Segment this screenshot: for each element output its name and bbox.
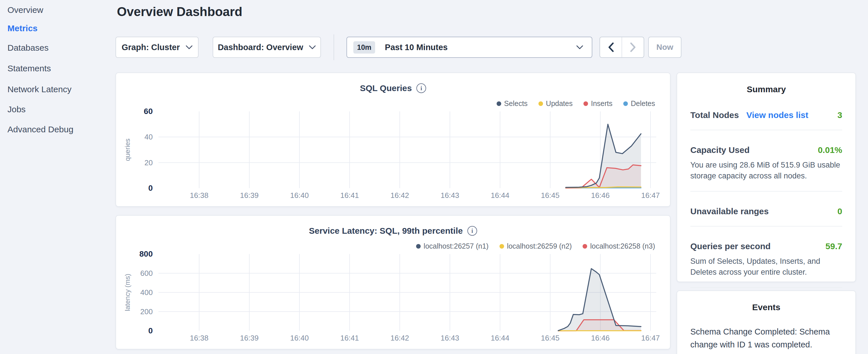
sql-queries-chart-card: 16:3816:3916:4016:4116:4216:4316:4416:45… xyxy=(116,72,671,207)
now-button[interactable]: Now xyxy=(648,37,681,58)
svg-text:16:42: 16:42 xyxy=(390,334,409,342)
chevron-down-icon xyxy=(576,45,583,50)
info-icon[interactable]: i xyxy=(467,226,477,236)
legend-dot-icon xyxy=(499,244,504,249)
legend-label: Inserts xyxy=(591,99,612,108)
sidebar: OverviewMetricsDatabasesStatementsNetwor… xyxy=(0,0,115,354)
summary-row-label: Queries per second xyxy=(690,242,771,251)
summary-row-value: 59.7 xyxy=(826,242,842,251)
chart-title: Service Latency: SQL, 99th percentile xyxy=(309,226,463,236)
sidebar-item-metrics[interactable]: Metrics xyxy=(7,24,37,33)
chart-legend: SelectsUpdatesInsertsDeletes xyxy=(497,99,655,108)
svg-text:0: 0 xyxy=(148,184,153,192)
legend-label: localhost:26258 (n3) xyxy=(590,242,655,250)
events-title: Events xyxy=(677,291,856,312)
svg-text:60: 60 xyxy=(144,107,153,116)
chart-title: SQL Queries xyxy=(360,83,412,93)
summary-row-total-nodes: Total NodesView nodes list3 xyxy=(690,110,842,120)
legend-dot-icon xyxy=(538,101,543,106)
chevron-right-icon xyxy=(630,42,636,52)
legend-item-localhost-26258-n3-: localhost:26258 (n3) xyxy=(583,242,655,250)
info-icon[interactable]: i xyxy=(416,83,426,93)
summary-row-value: 0 xyxy=(837,206,842,216)
summary-row-label: Capacity Used xyxy=(690,145,750,155)
legend-item-updates: Updates xyxy=(538,99,572,108)
summary-divider xyxy=(690,287,842,288)
summary-row-capacity-used: Capacity Used0.01% xyxy=(690,145,842,155)
sidebar-item-overview[interactable]: Overview xyxy=(7,5,43,15)
legend-dot-icon xyxy=(623,101,628,106)
svg-text:16:45: 16:45 xyxy=(541,191,559,200)
summary-divider xyxy=(690,191,842,192)
legend-label: Updates xyxy=(546,99,572,108)
summary-divider xyxy=(690,226,842,227)
legend-item-localhost-26259-n2-: localhost:26259 (n2) xyxy=(499,242,572,250)
chevron-down-icon xyxy=(309,45,316,50)
legend-label: localhost:26257 (n1) xyxy=(424,242,489,250)
svg-text:16:42: 16:42 xyxy=(390,191,409,200)
time-next-button[interactable] xyxy=(622,37,644,57)
svg-text:16:47: 16:47 xyxy=(641,334,660,342)
time-range-dropdown[interactable]: 10m Past 10 Minutes xyxy=(346,37,592,58)
page-title: Overview Dashboard xyxy=(117,5,242,19)
controls-divider xyxy=(334,34,334,60)
svg-text:16:38: 16:38 xyxy=(190,191,208,200)
svg-text:16:38: 16:38 xyxy=(190,334,208,342)
event-message: Schema Change Completed: Schema change w… xyxy=(690,325,842,351)
time-step-buttons xyxy=(599,37,644,58)
sidebar-item-databases[interactable]: Databases xyxy=(7,43,49,53)
summary-title: Summary xyxy=(677,73,856,94)
chevron-down-icon xyxy=(186,45,192,50)
legend-dot-icon xyxy=(497,101,501,106)
summary-divider xyxy=(690,130,842,130)
graph-scope-dropdown-label: Graph: Cluster xyxy=(122,43,180,52)
svg-text:16:43: 16:43 xyxy=(440,191,459,200)
time-range-label: Past 10 Minutes xyxy=(385,43,576,52)
legend-item-selects: Selects xyxy=(497,99,528,108)
svg-text:16:46: 16:46 xyxy=(591,334,610,342)
svg-text:latency (ms): latency (ms) xyxy=(124,274,131,311)
svg-text:600: 600 xyxy=(141,269,153,278)
summary-row-label: Unavailable ranges xyxy=(690,206,769,216)
summary-row-description: Sum of Selects, Updates, Inserts, and De… xyxy=(690,256,842,278)
svg-text:16:40: 16:40 xyxy=(290,334,309,342)
svg-text:800: 800 xyxy=(139,250,153,258)
sidebar-item-advanced-debug[interactable]: Advanced Debug xyxy=(7,125,73,134)
events-panel: Events Schema Change Completed: Schema c… xyxy=(677,290,856,354)
summary-row-value: 3 xyxy=(837,110,842,120)
chart-legend: localhost:26257 (n1)localhost:26259 (n2)… xyxy=(416,242,655,250)
summary-row-unavailable-ranges: Unavailable ranges0 xyxy=(690,206,842,216)
service-latency-chart-card: 16:3816:3916:4016:4116:4216:4316:4416:45… xyxy=(116,215,671,349)
view-nodes-link[interactable]: View nodes list xyxy=(746,110,808,120)
svg-text:16:44: 16:44 xyxy=(491,191,509,200)
time-prev-button[interactable] xyxy=(600,37,622,57)
legend-label: Deletes xyxy=(631,99,655,108)
legend-item-localhost-26257-n1-: localhost:26257 (n1) xyxy=(416,242,489,250)
graph-scope-dropdown[interactable]: Graph: Cluster xyxy=(116,37,198,58)
svg-text:16:39: 16:39 xyxy=(240,334,258,342)
svg-text:40: 40 xyxy=(145,133,153,141)
svg-text:16:46: 16:46 xyxy=(591,191,610,200)
legend-item-inserts: Inserts xyxy=(584,99,612,108)
chevron-left-icon xyxy=(608,42,614,52)
svg-text:16:41: 16:41 xyxy=(340,191,359,200)
svg-text:queries: queries xyxy=(124,139,131,161)
svg-text:16:41: 16:41 xyxy=(340,334,359,342)
dashboard-dropdown-label: Dashboard: Overview xyxy=(218,43,303,52)
dashboard-dropdown[interactable]: Dashboard: Overview xyxy=(213,37,321,58)
svg-text:16:43: 16:43 xyxy=(440,334,459,342)
svg-text:16:40: 16:40 xyxy=(290,191,309,200)
svg-text:16:44: 16:44 xyxy=(491,334,509,342)
sidebar-item-network-latency[interactable]: Network Latency xyxy=(7,85,71,94)
legend-label: Selects xyxy=(504,99,528,108)
sidebar-item-jobs[interactable]: Jobs xyxy=(7,104,26,114)
sidebar-item-statements[interactable]: Statements xyxy=(7,64,51,73)
svg-text:20: 20 xyxy=(145,158,153,167)
legend-dot-icon xyxy=(583,244,587,249)
svg-text:400: 400 xyxy=(141,288,153,297)
legend-label: localhost:26259 (n2) xyxy=(507,242,572,250)
legend-item-deletes: Deletes xyxy=(623,99,655,108)
summary-panel: Summary Total NodesView nodes list3Capac… xyxy=(677,72,856,282)
summary-row-description: You are using 28.6 MiB of 515.9 GiB usab… xyxy=(690,160,842,181)
legend-dot-icon xyxy=(584,101,588,106)
